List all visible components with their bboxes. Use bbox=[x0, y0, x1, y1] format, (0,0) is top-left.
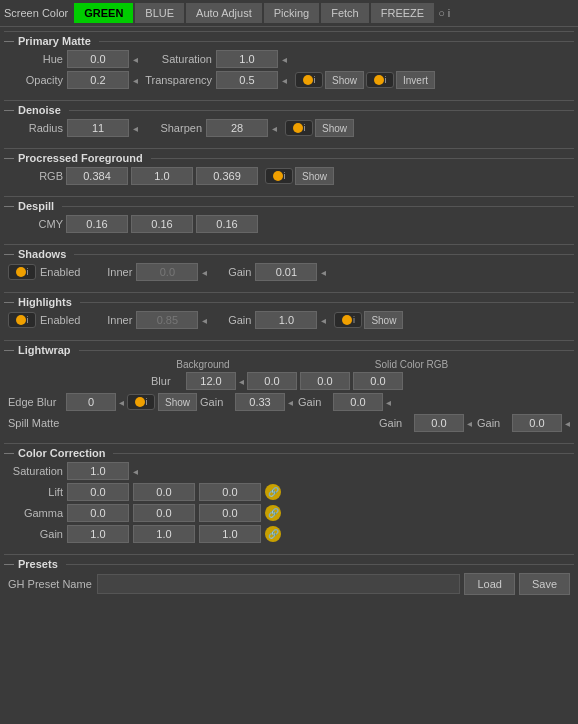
radius-input[interactable] bbox=[67, 119, 129, 137]
gh-preset-input[interactable] bbox=[97, 574, 460, 594]
presets-line bbox=[4, 564, 14, 565]
primary-matte-title: Primary Matte bbox=[18, 35, 91, 47]
eb-circle bbox=[135, 397, 145, 407]
show-btn-pm[interactable]: Show bbox=[325, 71, 364, 89]
invert-btn-pm[interactable]: Invert bbox=[396, 71, 435, 89]
edge-blur-toggle[interactable]: i bbox=[127, 394, 155, 410]
sh-gain-arrow[interactable]: ◂ bbox=[321, 267, 326, 278]
gain3-arrow[interactable]: ◂ bbox=[467, 418, 472, 429]
gain-label3-lw: Gain bbox=[379, 417, 411, 429]
tab-fetch[interactable]: Fetch bbox=[321, 3, 369, 23]
gain-input-lw[interactable] bbox=[235, 393, 285, 411]
cc-lift-g[interactable] bbox=[133, 483, 195, 501]
opacity-arrow[interactable]: ◂ bbox=[133, 75, 138, 86]
save-btn[interactable]: Save bbox=[519, 573, 570, 595]
presets-section: Presets GH Preset Name Load Save bbox=[0, 550, 578, 602]
solid-blur-b[interactable] bbox=[353, 372, 403, 390]
show-btn-pfg[interactable]: Show bbox=[295, 167, 334, 185]
gain3-input-lw[interactable] bbox=[414, 414, 464, 432]
invert-toggle-pm[interactable]: i bbox=[366, 72, 394, 88]
color-correction-section: Color Correction Saturation ◂ Lift 🔗 Gam… bbox=[0, 439, 578, 550]
edge-blur-arrow[interactable]: ◂ bbox=[119, 397, 124, 408]
opacity-input[interactable] bbox=[67, 71, 129, 89]
show-btn-lw[interactable]: Show bbox=[158, 393, 197, 411]
radius-arrow[interactable]: ◂ bbox=[133, 123, 138, 134]
cc-gamma-b[interactable] bbox=[199, 504, 261, 522]
sharpen-arrow[interactable]: ◂ bbox=[272, 123, 277, 134]
tab-auto-adjust[interactable]: Auto Adjust bbox=[186, 3, 262, 23]
tab-green[interactable]: GREEN bbox=[74, 3, 133, 23]
presets-title: Presets bbox=[18, 558, 58, 570]
gain-arrow-lw[interactable]: ◂ bbox=[288, 397, 293, 408]
presets-header: Presets bbox=[4, 554, 574, 573]
cc-gain-g[interactable] bbox=[133, 525, 195, 543]
show-toggle-hl[interactable]: i bbox=[334, 312, 362, 328]
solid-blur-g[interactable] bbox=[300, 372, 350, 390]
cc-sat-arrow[interactable]: ◂ bbox=[133, 466, 138, 477]
saturation-input[interactable] bbox=[216, 50, 278, 68]
shadows-enabled-toggle[interactable]: i bbox=[8, 264, 36, 280]
sharpen-input[interactable] bbox=[206, 119, 268, 137]
solid-gain2-arrow[interactable]: ◂ bbox=[565, 418, 570, 429]
rgb-r-input[interactable] bbox=[66, 167, 128, 185]
solid-gain2-input[interactable] bbox=[512, 414, 562, 432]
toggle-circle bbox=[303, 75, 313, 85]
cc-gamma-g[interactable] bbox=[133, 504, 195, 522]
blur-arrow[interactable]: ◂ bbox=[239, 376, 244, 387]
cc-gain-b[interactable] bbox=[199, 525, 261, 543]
gamma-link-icon[interactable]: 🔗 bbox=[265, 505, 281, 521]
lightwrap-section: Lightwrap Background Solid Color RGB Blu… bbox=[0, 336, 578, 439]
cc-saturation-input[interactable] bbox=[67, 462, 129, 480]
tab-blue[interactable]: BLUE bbox=[135, 3, 184, 23]
cc-lift-r[interactable] bbox=[67, 483, 129, 501]
cc-gain-r[interactable] bbox=[67, 525, 129, 543]
blur-input[interactable] bbox=[186, 372, 236, 390]
show-btn-hl[interactable]: Show bbox=[364, 311, 403, 329]
trans-arrow[interactable]: ◂ bbox=[282, 75, 287, 86]
edge-blur-input[interactable] bbox=[66, 393, 116, 411]
solid-blur-r[interactable] bbox=[247, 372, 297, 390]
hl-inner-arrow[interactable]: ◂ bbox=[202, 315, 207, 326]
cc-gamma-r[interactable] bbox=[67, 504, 129, 522]
highlights-inner-input[interactable] bbox=[136, 311, 198, 329]
cc-lift-label: Lift bbox=[8, 486, 63, 498]
cc-lift-b[interactable] bbox=[199, 483, 261, 501]
shadows-header: Shadows bbox=[4, 244, 574, 263]
show-toggle-dn[interactable]: i bbox=[285, 120, 313, 136]
gain-link-icon[interactable]: 🔗 bbox=[265, 526, 281, 542]
lift-link-icon[interactable]: 🔗 bbox=[265, 484, 281, 500]
opacity-transparency-row: Opacity ◂ Transparency ◂ i Show i Invert bbox=[4, 71, 574, 89]
sharpen-label: Sharpen bbox=[142, 122, 202, 134]
show-toggle-pfg[interactable]: i bbox=[265, 168, 293, 184]
solid-gain-input[interactable] bbox=[333, 393, 383, 411]
load-btn[interactable]: Load bbox=[464, 573, 514, 595]
cmy-row: CMY bbox=[4, 215, 574, 233]
cmy-y-input[interactable] bbox=[196, 215, 258, 233]
cc-gain-label: Gain bbox=[8, 528, 63, 540]
tab-freeze[interactable]: FREEZE bbox=[371, 3, 434, 23]
sat-arrow[interactable]: ◂ bbox=[282, 54, 287, 65]
cmy-c-input[interactable] bbox=[66, 215, 128, 233]
header-divider bbox=[99, 41, 574, 42]
solid-gain-arrow[interactable]: ◂ bbox=[386, 397, 391, 408]
cc-lift-row: Lift 🔗 bbox=[4, 483, 574, 501]
sh-inner-arrow[interactable]: ◂ bbox=[202, 267, 207, 278]
highlights-gain-input[interactable] bbox=[255, 311, 317, 329]
rgb-b-input[interactable] bbox=[196, 167, 258, 185]
hl-gain-arrow[interactable]: ◂ bbox=[321, 315, 326, 326]
lightwrap-blur-row: Blur ◂ bbox=[4, 372, 574, 390]
tab-picking[interactable]: Picking bbox=[264, 3, 319, 23]
show-btn-dn[interactable]: Show bbox=[315, 119, 354, 137]
presets-row: GH Preset Name Load Save bbox=[4, 573, 574, 595]
highlights-enabled-toggle[interactable]: i bbox=[8, 312, 36, 328]
despill-title: Despill bbox=[18, 200, 54, 212]
cmy-m-input[interactable] bbox=[131, 215, 193, 233]
hue-arrow[interactable]: ◂ bbox=[133, 54, 138, 65]
shadows-inner-input[interactable] bbox=[136, 263, 198, 281]
show-toggle-pm[interactable]: i bbox=[295, 72, 323, 88]
highlights-enabled-label: Enabled bbox=[40, 314, 80, 326]
shadows-gain-input[interactable] bbox=[255, 263, 317, 281]
transparency-input[interactable] bbox=[216, 71, 278, 89]
hue-input[interactable] bbox=[67, 50, 129, 68]
rgb-g-input[interactable] bbox=[131, 167, 193, 185]
